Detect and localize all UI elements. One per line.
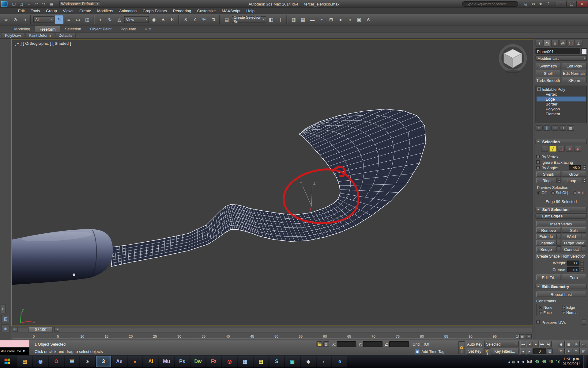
- taskbar-app-paint[interactable]: ◐: [316, 356, 331, 367]
- render-production-icon[interactable]: ⊙: [364, 15, 373, 24]
- key-filters-button[interactable]: Key Filters...: [491, 348, 519, 355]
- zoom-icon[interactable]: ⊕: [558, 341, 565, 347]
- modifier-button-shell[interactable]: Shell: [536, 70, 561, 76]
- window-crossing-icon[interactable]: ◫: [83, 15, 92, 24]
- time-slider-handle[interactable]: 0 / 100: [28, 327, 53, 332]
- time-slider-track[interactable]: [12, 327, 533, 332]
- taskbar-app-picasa[interactable]: ◈: [301, 356, 316, 367]
- reference-coordinate-dropdown[interactable]: View▾: [124, 16, 149, 23]
- repeat-last-button[interactable]: Repeat Last: [536, 291, 586, 297]
- rectangular-selection-region-icon[interactable]: ▭: [74, 15, 82, 24]
- select-by-name-icon[interactable]: ≡: [64, 15, 73, 24]
- create-tab-icon[interactable]: ∗: [536, 40, 543, 47]
- ribbon-config-icon[interactable]: ⊙: [148, 27, 151, 31]
- ribbon-tab-selection[interactable]: Selection: [60, 26, 85, 32]
- show-end-result-icon[interactable]: ∥: [543, 125, 550, 131]
- motion-tab-icon[interactable]: ◎: [559, 40, 567, 47]
- polygon-icon[interactable]: ■: [566, 146, 573, 152]
- menu-item-maxscript[interactable]: MAXScript: [219, 8, 243, 14]
- new-scene-icon[interactable]: ▢: [10, 1, 17, 7]
- ribbon-panel-polydraw[interactable]: PolyDraw: [2, 33, 24, 38]
- viewport-layout-tab-icon[interactable]: ◧: [2, 315, 9, 323]
- edit-tri-button[interactable]: Edit Tri.: [536, 274, 561, 280]
- stack-item-border[interactable]: Border: [537, 102, 586, 106]
- edit-geometry-rollout-header[interactable]: − Edit Geometry: [536, 284, 587, 289]
- edit-edges-button-split[interactable]: Split: [562, 227, 586, 233]
- maximize-viewport-toggle-icon[interactable]: ◱: [580, 348, 587, 354]
- open-mini-curve-editor-icon[interactable]: ~: [526, 334, 532, 339]
- taskbar-app-file-explorer[interactable]: ▤: [17, 356, 32, 367]
- zoom-all-icon[interactable]: ⊞: [565, 341, 572, 347]
- taskbar-app-skype[interactable]: S: [269, 356, 284, 367]
- modifier-button-edit-poly[interactable]: Edit Poly: [562, 63, 587, 69]
- action-center-icon[interactable]: ◆: [517, 359, 519, 363]
- weight-field[interactable]: 1.0: [567, 260, 579, 265]
- select-and-rotate-icon[interactable]: ↻: [105, 15, 114, 24]
- object-color-swatch[interactable]: [581, 48, 587, 54]
- close-button[interactable]: ×: [577, 1, 587, 7]
- by-angle-checkbox[interactable]: By Angle: 45.0 ▴▾: [536, 165, 586, 171]
- maxscript-listener-pane[interactable]: Welcome to M: [0, 347, 29, 355]
- weight-spinner[interactable]: ▴▾: [581, 260, 584, 265]
- x-coordinate-field[interactable]: [337, 341, 356, 347]
- undo-icon[interactable]: ↶: [33, 1, 40, 7]
- edit-edges-button-connect[interactable]: Connect: [562, 246, 581, 252]
- rendered-frame-window-icon[interactable]: ▣: [355, 15, 364, 24]
- taskbar-app-illustrator[interactable]: Ai: [143, 356, 158, 367]
- remove-modifier-icon[interactable]: ⊖: [559, 125, 566, 131]
- ribbon-tab-freeform[interactable]: Freeform: [35, 26, 60, 32]
- current-frame-field[interactable]: 0: [533, 348, 546, 354]
- snaps-toggle-icon[interactable]: 3: [181, 15, 190, 24]
- go-to-start-icon[interactable]: ◀◀: [520, 341, 526, 347]
- unlink-selection-icon[interactable]: ⊘: [11, 15, 20, 24]
- selection-rollout-header[interactable]: − Selection: [536, 139, 587, 144]
- percent-snap-icon[interactable]: %: [200, 15, 209, 24]
- ring-spinner[interactable]: ▴▾: [557, 178, 561, 183]
- preserve-uvs-checkbox[interactable]: Preserve UVs: [536, 319, 586, 325]
- orbit-icon[interactable]: ◠: [573, 348, 580, 354]
- insert-vertex-button[interactable]: Insert Vertex: [536, 221, 586, 226]
- ribbon-tab-modeling[interactable]: Modeling: [10, 26, 35, 32]
- stack-item-editable-poly[interactable]: −Editable Poly: [537, 87, 586, 92]
- crease-spinner[interactable]: ▴▾: [581, 267, 584, 272]
- taskbar-app-internet-explorer[interactable]: e: [332, 356, 347, 367]
- search-input[interactable]: [462, 1, 518, 7]
- by-vertex-checkbox[interactable]: By Vertex: [536, 154, 586, 159]
- taskbar-app-muse[interactable]: Mu: [159, 356, 174, 367]
- pin-stack-icon[interactable]: ⊙: [536, 125, 543, 131]
- display-tab-icon[interactable]: ▢: [567, 40, 574, 47]
- go-to-end-icon[interactable]: ▶|: [546, 341, 552, 347]
- next-frame-arrow[interactable]: >: [55, 327, 59, 332]
- z-coordinate-field[interactable]: [389, 341, 409, 347]
- menu-item-customize[interactable]: Customize: [194, 8, 219, 14]
- language-indicator[interactable]: ES: [527, 359, 532, 363]
- app-logo-icon[interactable]: [1, 1, 8, 6]
- select-and-scale-icon[interactable]: △: [115, 15, 124, 24]
- project-folder-icon[interactable]: ▤: [48, 1, 55, 7]
- grow-button[interactable]: Grow: [562, 171, 586, 177]
- modifier-button-turbosmooth[interactable]: TurboSmooth: [536, 77, 561, 83]
- pan-icon[interactable]: ∗: [565, 348, 572, 354]
- modify-tab-icon[interactable]: ◠: [543, 40, 551, 47]
- track-bar[interactable]: 0510152025303540455055606570758085909510…: [11, 333, 533, 340]
- preview-option-off[interactable]: Off: [537, 191, 546, 195]
- set-key-button[interactable]: Set Key: [466, 348, 483, 355]
- search-icon[interactable]: ◎: [522, 1, 529, 7]
- settings-box-icon[interactable]: [582, 246, 586, 252]
- modifier-button-symmetry[interactable]: Symmetry: [536, 63, 561, 69]
- taskbar-app-dreamweaver[interactable]: Dw: [190, 356, 205, 367]
- menu-item-views[interactable]: Views: [60, 8, 77, 14]
- menu-item-animation[interactable]: Animation: [116, 8, 140, 14]
- track-bar-filter-icon[interactable]: ▤: [519, 334, 525, 339]
- ignore-backfacing-checkbox[interactable]: Ignore Backfacing: [536, 159, 586, 165]
- toggle-scene-explorer-icon[interactable]: ▥: [289, 15, 298, 24]
- select-and-link-icon[interactable]: ∞: [2, 15, 10, 24]
- menu-item-edit[interactable]: Edit: [15, 8, 28, 14]
- zoom-extents-icon[interactable]: ◎: [573, 341, 580, 347]
- configure-modifier-sets-icon[interactable]: ▦: [567, 125, 574, 131]
- collapse-icon[interactable]: −: [537, 87, 541, 91]
- maximize-button[interactable]: ▢: [566, 1, 577, 7]
- create-shape-button[interactable]: Create Shape From Selection: [536, 254, 586, 259]
- time-configuration-icon[interactable]: ⊡: [547, 348, 553, 354]
- tray-expand-icon[interactable]: ▴: [508, 359, 510, 363]
